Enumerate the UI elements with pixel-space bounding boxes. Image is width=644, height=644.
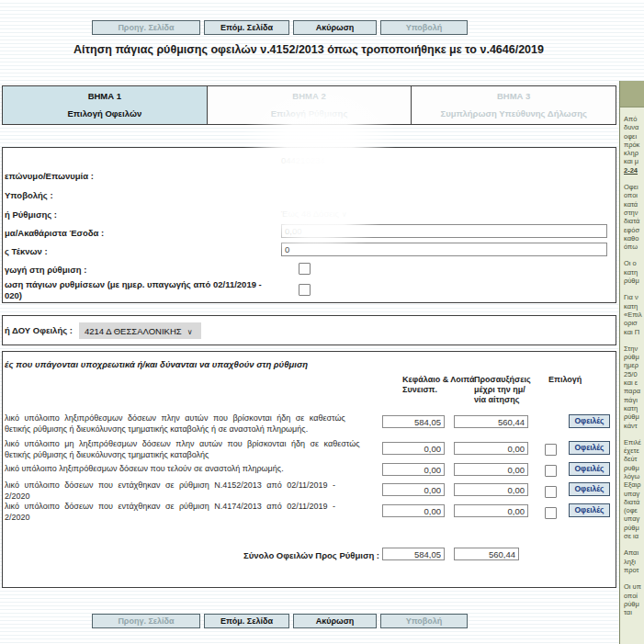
select-debt-checkbox[interactable]	[545, 507, 557, 519]
help-text-line: εφόσ	[624, 226, 644, 234]
step-tab-3[interactable]: ΒΗΜΑ 3 Συμπλήρωση Υπεύθυνης Δήλωσης	[412, 86, 616, 124]
debt-label-line: 2/2020	[5, 491, 30, 501]
help-text-line: κατη	[624, 268, 644, 277]
help-text-line: κατη	[624, 302, 644, 311]
debt-label-line: λικό υπόλοιπο δόσεων που εντάχθηκαν σε ρ…	[5, 480, 335, 490]
help-text-line: παρα	[624, 387, 644, 395]
select-debt-checkbox[interactable]	[545, 486, 557, 498]
doy-select[interactable]: 4214 Δ ΘΕΣΣΑΛΟΝΙΚΗΣ	[79, 322, 201, 339]
col-header-select: Επιλογή	[548, 375, 594, 385]
help-text-line: Οι ο	[624, 259, 644, 267]
principal-input[interactable]	[382, 442, 445, 455]
help-paragraph: Οφειοποικατάστηνδιατάεφόσκαθοόπω	[624, 183, 644, 251]
ofeiles-button[interactable]: Οφειλές	[569, 503, 610, 517]
total-label: Σύνολο Οφειλών Προς Ρύθμιση :	[5, 550, 379, 560]
ofeiles-button[interactable]: Οφειλές	[569, 462, 610, 476]
help-text-line: πάγι	[624, 396, 644, 404]
help-text-line: σε ια	[624, 532, 644, 540]
doy-panel: ή ΔΟΥ Οφειλής : 4214 Δ ΘΕΣΣΑΛΟΝΙΚΗΣ	[2, 315, 616, 345]
help-text-line: οποί	[624, 592, 644, 600]
help-text-line: Επιλέ	[624, 438, 644, 446]
debts-panel: ές που υπάγονται υποχρεωτικά ή/και δύναν…	[2, 351, 616, 588]
surcharges-input[interactable]	[454, 504, 528, 517]
help-text-line: Οφει	[624, 183, 644, 191]
step-tab-1[interactable]: ΒΗΜΑ 1 Επιλογή Οφειλών	[3, 86, 208, 124]
help-text-line: ται	[624, 608, 644, 616]
top-cancel-button[interactable]: Ακύρωση	[293, 20, 377, 35]
step-label: Συμπλήρωση Υπεύθυνης Δήλωσης	[440, 108, 586, 119]
help-text-line: κατά	[624, 200, 644, 209]
scheme-select-value: Έως 48 Δόσεις	[281, 209, 339, 219]
ofeiles-button[interactable]: Οφειλές	[569, 482, 610, 496]
debt-label-line: λικό υπόλοιπο δόσεων που εντάχθηκαν σε ρ…	[5, 502, 335, 511]
help-text-line: κατη	[624, 404, 644, 412]
help-text-line: ρύθμ	[624, 353, 644, 361]
col-header-surcharges: Προσαυξήσεις μέχρι την ημ/νία αίτησης	[474, 375, 529, 405]
help-paragraph: Οι υποποίρύθμται	[624, 582, 644, 616]
subject-to-arrangement-checkbox[interactable]	[299, 263, 311, 275]
surcharges-input[interactable]	[454, 415, 528, 428]
debt-row-label: λικό υπόλοιπο δόσεων που εντάχθηκαν σε ρ…	[5, 501, 400, 523]
ofeiles-button[interactable]: Οφειλές	[569, 441, 610, 455]
help-text-line: ληξι	[624, 558, 644, 566]
name-label: επώνυμο/Επωνυμία :	[5, 171, 94, 181]
surcharges-input[interactable]	[454, 463, 528, 476]
ofeiles-button[interactable]: Οφειλές	[569, 414, 610, 428]
surcharges-input[interactable]	[454, 483, 528, 496]
step-tabs: ΒΗΜΑ 1 Επιλογή Οφειλών ΒΗΜΑ 2 Επιλογή Ρύ…	[2, 85, 616, 125]
help-text-line: στην	[624, 209, 644, 217]
help-text-line: Απαι	[624, 548, 644, 557]
bottom-cancel-button[interactable]: Ακύρωση	[293, 614, 377, 628]
help-text-line: «Επιλ	[624, 311, 644, 319]
help-text-line: ορισ	[624, 319, 644, 327]
help-text-line: και Π	[624, 328, 644, 336]
page-title: Αίτηση πάγιας ρύθμισης οφειλών ν.4152/20…	[0, 43, 617, 56]
principal-input[interactable]	[382, 483, 445, 496]
scheme-label: ή Ρύθμισης :	[5, 209, 57, 220]
income-input[interactable]	[281, 224, 607, 238]
bottom-next-page-button[interactable]: Επόμ. Σελίδα	[204, 614, 289, 628]
select-debt-checkbox[interactable]	[545, 465, 557, 477]
help-paragraph: Οι οκατηρύθμ	[624, 259, 644, 285]
revive-arrangements-checkbox[interactable]	[299, 284, 311, 296]
debt-row-label: λικό υπόλοιπο μη ληξιπρόθεσμων δόσεων πλ…	[5, 438, 400, 460]
debt-label-line: λικό υπόλοιπο μη ληξιπρόθεσμων δόσεων πλ…	[5, 439, 360, 448]
total-principal-input[interactable]	[382, 548, 445, 560]
children-input[interactable]	[281, 243, 607, 256]
top-submit-button[interactable]: Υποβολή	[380, 20, 468, 35]
help-text-line: και μ	[624, 157, 644, 165]
surcharges-input[interactable]	[454, 442, 528, 455]
step-number: ΒΗΜΑ 3	[497, 91, 530, 101]
help-text-line: Στην	[624, 345, 644, 353]
bottom-prev-page-button[interactable]: Προηγ. Σελίδα	[92, 614, 200, 628]
principal-input[interactable]	[382, 504, 445, 517]
total-surcharges-input[interactable]	[454, 548, 519, 560]
debt-label-line: θετικής ρύθμισης ή διευκόλυνσης τμηματικ…	[5, 424, 308, 434]
help-paragraph: Απόδυναοφειπρόκκληρκαι μ2-24	[624, 115, 644, 175]
bottom-submit-button[interactable]: Υποβολή	[380, 614, 468, 628]
help-link[interactable]: 2-24	[624, 166, 644, 175]
help-sidebar-text: Απόδυναοφειπρόκκληρκαι μ2-24Οφειοποικατά…	[620, 107, 644, 616]
doy-label: ή ΔΟΥ Οφειλής :	[5, 325, 73, 335]
help-text-line: προτ	[624, 566, 644, 574]
help-paragraph: Για νκατη«Επιλορισκαι Π	[624, 293, 644, 335]
help-text-line: ημερ	[624, 361, 644, 369]
principal-input[interactable]	[382, 415, 445, 428]
revive-label-line1: ωση πάγιων ρυθμίσεων (με ημερ. υπαγωγής …	[5, 279, 262, 289]
step-tab-2[interactable]: ΒΗΜΑ 2 Επιλογή Ρύθμισης	[208, 86, 412, 124]
revive-arrangements-label: ωση πάγιων ρυθμίσεων (με ημερ. υπαγωγής …	[5, 279, 299, 301]
select-debt-checkbox[interactable]	[545, 444, 557, 456]
top-next-page-button[interactable]: Επόμ. Σελίδα	[204, 20, 289, 35]
chevron-down-icon	[342, 209, 347, 219]
debt-label-line: λικό υπόλοιπο ληξιπρόθεσμων δόσεων που τ…	[5, 464, 284, 473]
help-text-line: διατά	[624, 217, 644, 225]
help-text-line: δεύτ	[624, 455, 644, 463]
help-sidebar: Απόδυναοφειπρόκκληρκαι μ2-24Οφειοποικατά…	[619, 81, 644, 644]
principal-input[interactable]	[382, 463, 445, 476]
help-text-line: όπω	[624, 243, 644, 251]
subject-to-arrangement-label: γωγή στη ρύθμιση :	[5, 265, 86, 275]
children-label: ς Τέκνων :	[5, 246, 48, 256]
help-text-line: διατά	[624, 498, 644, 506]
scheme-select[interactable]: Έως 48 Δόσεις	[281, 209, 347, 219]
top-prev-page-button[interactable]: Προηγ. Σελίδα	[92, 20, 200, 35]
